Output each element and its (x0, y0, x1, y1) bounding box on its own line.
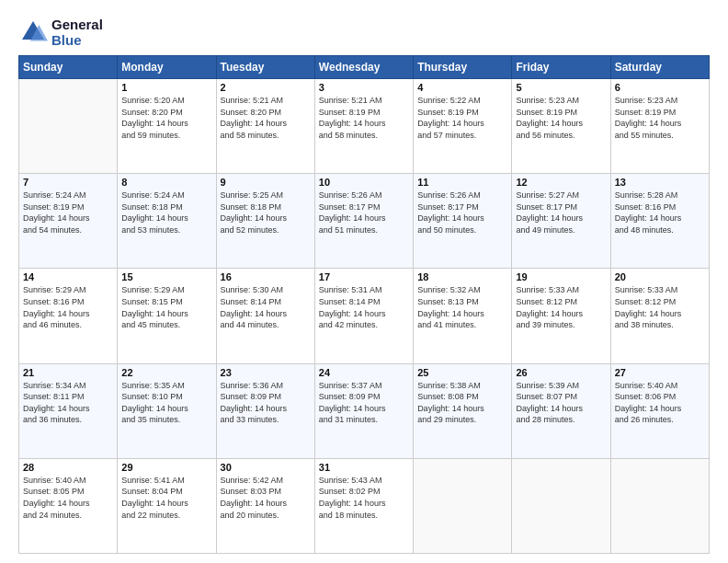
day-info: Sunrise: 5:41 AMSunset: 8:04 PMDaylight:… (121, 475, 211, 521)
calendar-cell: 27Sunrise: 5:40 AMSunset: 8:06 PMDayligh… (610, 363, 709, 458)
header-day-sunday: Sunday (19, 56, 118, 79)
header-day-monday: Monday (118, 56, 216, 79)
calendar-cell (512, 458, 610, 553)
day-info: Sunrise: 5:24 AMSunset: 8:18 PMDaylight:… (121, 190, 211, 236)
week-row-5: 28Sunrise: 5:40 AMSunset: 8:05 PMDayligh… (19, 458, 710, 553)
day-info: Sunrise: 5:26 AMSunset: 8:17 PMDaylight:… (417, 190, 507, 236)
day-number: 20 (615, 271, 705, 282)
day-info: Sunrise: 5:39 AMSunset: 8:07 PMDaylight:… (516, 380, 606, 426)
day-info: Sunrise: 5:33 AMSunset: 8:12 PMDaylight:… (615, 284, 705, 330)
calendar-cell: 12Sunrise: 5:27 AMSunset: 8:17 PMDayligh… (512, 174, 610, 269)
week-row-1: 1Sunrise: 5:20 AMSunset: 8:20 PMDaylight… (19, 79, 710, 174)
day-number: 6 (615, 82, 705, 93)
calendar-cell: 14Sunrise: 5:29 AMSunset: 8:16 PMDayligh… (19, 269, 118, 363)
calendar-cell: 29Sunrise: 5:41 AMSunset: 8:04 PMDayligh… (118, 458, 216, 553)
day-info: Sunrise: 5:40 AMSunset: 8:05 PMDaylight:… (23, 475, 113, 521)
week-row-3: 14Sunrise: 5:29 AMSunset: 8:16 PMDayligh… (19, 269, 710, 363)
day-number: 18 (417, 271, 507, 282)
calendar-cell: 25Sunrise: 5:38 AMSunset: 8:08 PMDayligh… (414, 363, 512, 458)
calendar-cell (414, 458, 512, 553)
logo: General Blue (18, 17, 103, 48)
day-info: Sunrise: 5:43 AMSunset: 8:02 PMDaylight:… (319, 475, 409, 521)
day-number: 1 (121, 82, 211, 93)
calendar-cell: 19Sunrise: 5:33 AMSunset: 8:12 PMDayligh… (512, 269, 610, 363)
header-day-thursday: Thursday (414, 56, 512, 79)
day-info: Sunrise: 5:24 AMSunset: 8:19 PMDaylight:… (23, 190, 113, 236)
header-day-friday: Friday (512, 56, 610, 79)
day-number: 23 (221, 367, 311, 378)
day-info: Sunrise: 5:42 AMSunset: 8:03 PMDaylight:… (221, 475, 311, 521)
week-row-2: 7Sunrise: 5:24 AMSunset: 8:19 PMDaylight… (19, 174, 710, 269)
day-number: 11 (417, 177, 507, 188)
calendar-cell: 3Sunrise: 5:21 AMSunset: 8:19 PMDaylight… (314, 79, 413, 174)
page: General Blue SundayMondayTuesdayWednesda… (0, 0, 728, 563)
calendar-cell: 28Sunrise: 5:40 AMSunset: 8:05 PMDayligh… (19, 458, 118, 553)
day-number: 29 (121, 462, 211, 473)
day-info: Sunrise: 5:26 AMSunset: 8:17 PMDaylight:… (319, 190, 409, 236)
day-number: 21 (23, 367, 113, 378)
calendar-cell: 15Sunrise: 5:29 AMSunset: 8:15 PMDayligh… (118, 269, 216, 363)
calendar-cell: 17Sunrise: 5:31 AMSunset: 8:14 PMDayligh… (314, 269, 413, 363)
day-number: 25 (417, 367, 507, 378)
calendar-cell: 18Sunrise: 5:32 AMSunset: 8:13 PMDayligh… (414, 269, 512, 363)
day-info: Sunrise: 5:23 AMSunset: 8:19 PMDaylight:… (615, 95, 705, 141)
day-number: 31 (319, 462, 409, 473)
calendar-cell: 26Sunrise: 5:39 AMSunset: 8:07 PMDayligh… (512, 363, 610, 458)
calendar-cell: 11Sunrise: 5:26 AMSunset: 8:17 PMDayligh… (414, 174, 512, 269)
header: General Blue (18, 17, 710, 48)
header-day-wednesday: Wednesday (314, 56, 413, 79)
day-info: Sunrise: 5:22 AMSunset: 8:19 PMDaylight:… (417, 95, 507, 141)
header-row: SundayMondayTuesdayWednesdayThursdayFrid… (19, 56, 710, 79)
day-info: Sunrise: 5:34 AMSunset: 8:11 PMDaylight:… (23, 380, 113, 426)
header-day-saturday: Saturday (610, 56, 709, 79)
logo-icon (18, 17, 48, 47)
day-info: Sunrise: 5:29 AMSunset: 8:16 PMDaylight:… (23, 284, 113, 330)
day-info: Sunrise: 5:32 AMSunset: 8:13 PMDaylight:… (417, 284, 507, 330)
day-number: 16 (221, 271, 311, 282)
calendar-cell: 31Sunrise: 5:43 AMSunset: 8:02 PMDayligh… (314, 458, 413, 553)
calendar-cell: 23Sunrise: 5:36 AMSunset: 8:09 PMDayligh… (216, 363, 314, 458)
day-number: 12 (516, 177, 606, 188)
calendar-cell: 13Sunrise: 5:28 AMSunset: 8:16 PMDayligh… (610, 174, 709, 269)
calendar-cell: 21Sunrise: 5:34 AMSunset: 8:11 PMDayligh… (19, 363, 118, 458)
day-number: 10 (319, 177, 409, 188)
day-number: 7 (23, 177, 113, 188)
day-info: Sunrise: 5:38 AMSunset: 8:08 PMDaylight:… (417, 380, 507, 426)
day-number: 3 (319, 82, 409, 93)
day-number: 13 (615, 177, 705, 188)
calendar-cell: 10Sunrise: 5:26 AMSunset: 8:17 PMDayligh… (314, 174, 413, 269)
calendar-cell: 2Sunrise: 5:21 AMSunset: 8:20 PMDaylight… (216, 79, 314, 174)
day-number: 8 (121, 177, 211, 188)
calendar-cell: 8Sunrise: 5:24 AMSunset: 8:18 PMDaylight… (118, 174, 216, 269)
calendar-cell: 30Sunrise: 5:42 AMSunset: 8:03 PMDayligh… (216, 458, 314, 553)
calendar-cell: 16Sunrise: 5:30 AMSunset: 8:14 PMDayligh… (216, 269, 314, 363)
calendar-table: SundayMondayTuesdayWednesdayThursdayFrid… (18, 55, 710, 554)
day-info: Sunrise: 5:37 AMSunset: 8:09 PMDaylight:… (319, 380, 409, 426)
day-info: Sunrise: 5:27 AMSunset: 8:17 PMDaylight:… (516, 190, 606, 236)
calendar-cell: 24Sunrise: 5:37 AMSunset: 8:09 PMDayligh… (314, 363, 413, 458)
day-info: Sunrise: 5:33 AMSunset: 8:12 PMDaylight:… (516, 284, 606, 330)
day-info: Sunrise: 5:25 AMSunset: 8:18 PMDaylight:… (221, 190, 311, 236)
day-info: Sunrise: 5:21 AMSunset: 8:19 PMDaylight:… (319, 95, 409, 141)
calendar-cell: 5Sunrise: 5:23 AMSunset: 8:19 PMDaylight… (512, 79, 610, 174)
day-number: 4 (417, 82, 507, 93)
calendar-cell (610, 458, 709, 553)
day-number: 26 (516, 367, 606, 378)
day-info: Sunrise: 5:31 AMSunset: 8:14 PMDaylight:… (319, 284, 409, 330)
day-number: 5 (516, 82, 606, 93)
calendar-cell: 20Sunrise: 5:33 AMSunset: 8:12 PMDayligh… (610, 269, 709, 363)
logo-text: General Blue (51, 17, 103, 48)
day-number: 28 (23, 462, 113, 473)
day-info: Sunrise: 5:30 AMSunset: 8:14 PMDaylight:… (221, 284, 311, 330)
calendar-cell: 4Sunrise: 5:22 AMSunset: 8:19 PMDaylight… (414, 79, 512, 174)
day-number: 2 (221, 82, 311, 93)
day-number: 19 (516, 271, 606, 282)
day-info: Sunrise: 5:35 AMSunset: 8:10 PMDaylight:… (121, 380, 211, 426)
day-number: 22 (121, 367, 211, 378)
day-number: 24 (319, 367, 409, 378)
day-info: Sunrise: 5:23 AMSunset: 8:19 PMDaylight:… (516, 95, 606, 141)
day-number: 30 (221, 462, 311, 473)
calendar-cell: 9Sunrise: 5:25 AMSunset: 8:18 PMDaylight… (216, 174, 314, 269)
day-info: Sunrise: 5:21 AMSunset: 8:20 PMDaylight:… (221, 95, 311, 141)
calendar-cell: 1Sunrise: 5:20 AMSunset: 8:20 PMDaylight… (118, 79, 216, 174)
